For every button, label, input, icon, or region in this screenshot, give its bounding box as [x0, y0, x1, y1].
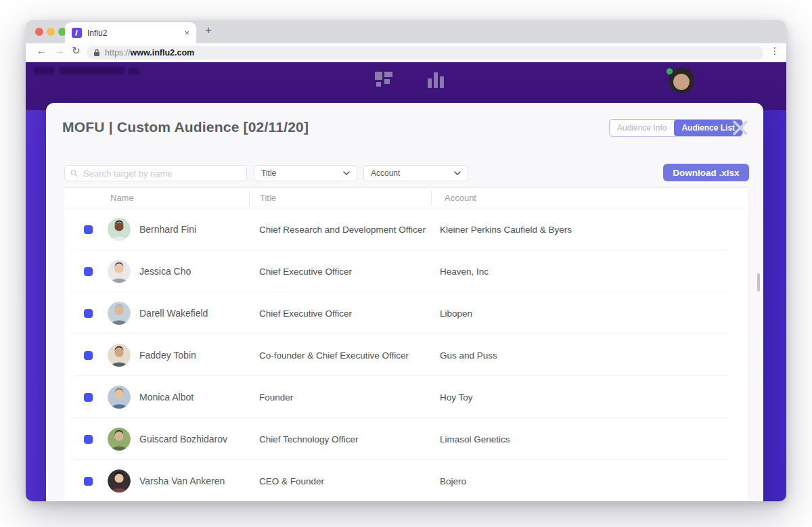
person-name: Faddey Tobin: [139, 334, 196, 376]
person-title: Chief Executive Officer: [259, 292, 352, 334]
table-row[interactable]: Faddey Tobin Co-founder & Chief Executiv…: [64, 334, 748, 376]
custom-audience-modal: MOFU | Custom Audience [02/11/20] Audien…: [46, 103, 763, 501]
person-account: Libopen: [440, 292, 472, 334]
title-filter-dropdown[interactable]: Title: [254, 165, 357, 181]
browser-tab-bar: Influ2 × +: [26, 20, 786, 43]
person-name: Monica Albot: [139, 376, 194, 418]
analytics-bars-icon[interactable]: [426, 70, 445, 89]
table-body: Bernhard Fini Chief Research and Develop…: [64, 208, 748, 501]
person-title: Founder: [259, 376, 293, 418]
column-header-account: Account: [445, 193, 476, 203]
person-account: Heaven, Inc: [440, 250, 489, 292]
download-xlsx-button[interactable]: Download .xlsx: [663, 164, 749, 181]
search-icon: [70, 169, 78, 177]
person-title: Co-founder & Chief Executive Officer: [259, 334, 409, 376]
online-status-dot: [666, 68, 673, 75]
person-name: Guiscard Bozhidarov: [139, 418, 227, 460]
title-filter-label: Title: [261, 168, 276, 178]
row-checkbox[interactable]: [84, 351, 93, 360]
account-filter-label: Account: [371, 168, 400, 178]
person-account: Gus and Puss: [440, 334, 497, 376]
person-name: Jessica Cho: [139, 250, 191, 292]
account-filter-dropdown[interactable]: Account: [363, 165, 468, 181]
close-modal-button[interactable]: [731, 119, 749, 137]
audience-table: Name Title Account Bernhard Fini Chief R…: [64, 187, 748, 501]
table-row[interactable]: Bernhard Fini Chief Research and Develop…: [64, 208, 748, 250]
reload-icon[interactable]: ↻: [72, 45, 81, 57]
row-checkbox[interactable]: [84, 267, 93, 276]
person-title: Chief Research and Development Officer: [259, 208, 426, 250]
person-avatar: [108, 218, 131, 241]
person-account: Kleiner Perkins Caufield & Byers: [440, 208, 572, 250]
close-icon: [731, 119, 749, 137]
back-icon[interactable]: ←: [37, 45, 47, 56]
person-name: Darell Wakefield: [139, 292, 208, 334]
search-box[interactable]: [64, 165, 247, 181]
chevron-down-icon: [454, 171, 461, 175]
address-bar[interactable]: https://www.influ2.com: [87, 46, 763, 60]
dashboard-grid-icon[interactable]: [374, 71, 393, 90]
modal-scrollbar-thumb[interactable]: [757, 273, 760, 292]
person-name: Varsha Van Ankeren: [139, 460, 225, 501]
forward-icon[interactable]: →: [54, 45, 64, 56]
influ2-favicon-icon: [72, 28, 82, 38]
partial-logo: [34, 67, 54, 74]
table-row[interactable]: Monica Albot Founder Hoy Toy: [64, 376, 748, 418]
row-checkbox[interactable]: [84, 477, 93, 486]
table-row[interactable]: Darell Wakefield Chief Executive Officer…: [64, 292, 748, 334]
column-divider: [431, 191, 432, 205]
lock-icon: [93, 49, 100, 57]
person-account: Hoy Toy: [440, 376, 473, 418]
person-avatar: [108, 469, 131, 492]
browser-toolbar: ← → ↻ https://www.influ2.com ⋮: [26, 43, 786, 63]
audience-info-tab[interactable]: Audience Info: [610, 120, 674, 136]
person-account: Limasol Genetics: [440, 418, 510, 460]
tab-title: Influ2: [87, 28, 184, 38]
url-protocol: https://: [105, 48, 131, 58]
tab-close-icon[interactable]: ×: [184, 28, 189, 38]
partial-logo: [60, 67, 125, 74]
column-divider: [249, 191, 250, 205]
minimize-window-button[interactable]: [47, 28, 55, 36]
chevron-down-icon: [343, 171, 350, 175]
search-input[interactable]: [82, 168, 241, 179]
table-row[interactable]: Guiscard Bozhidarov Chief Technology Off…: [64, 418, 748, 460]
modal-title: MOFU | Custom Audience [02/11/20]: [62, 119, 309, 135]
new-tab-button[interactable]: +: [205, 24, 212, 37]
person-avatar: [108, 386, 131, 409]
person-avatar: [108, 344, 131, 367]
url-text: https://www.influ2.com: [105, 48, 194, 58]
person-avatar: [108, 260, 131, 283]
column-header-name: Name: [110, 193, 134, 203]
table-row[interactable]: Varsha Van Ankeren CEO & Founder Bojero: [64, 460, 748, 501]
column-header-title: Title: [260, 193, 276, 203]
browser-tab[interactable]: Influ2 ×: [65, 22, 196, 43]
row-checkbox[interactable]: [84, 435, 93, 444]
browser-menu-icon[interactable]: ⋮: [770, 45, 780, 56]
partial-logo: [129, 68, 139, 74]
influ2-page-background: MOFU | Custom Audience [02/11/20] Audien…: [26, 62, 786, 501]
person-title: CEO & Founder: [259, 460, 324, 501]
person-avatar: [108, 428, 131, 451]
url-domain: www.influ2.com: [131, 48, 195, 58]
row-checkbox[interactable]: [84, 225, 93, 234]
audience-view-toggle: Audience Info Audience List: [609, 119, 743, 137]
browser-window: Influ2 × + ← → ↻ https://www.influ2.com …: [26, 20, 786, 501]
person-avatar: [108, 302, 131, 325]
person-title: Chief Technology Officer: [259, 418, 359, 460]
person-account: Bojero: [440, 460, 466, 501]
row-checkbox[interactable]: [84, 309, 93, 318]
person-name: Bernhard Fini: [139, 208, 196, 250]
row-checkbox[interactable]: [84, 393, 93, 402]
table-header-row: Name Title Account: [64, 187, 748, 208]
table-row[interactable]: Jessica Cho Chief Executive Officer Heav…: [64, 250, 748, 292]
person-title: Chief Executive Officer: [259, 250, 352, 292]
close-window-button[interactable]: [35, 28, 43, 36]
